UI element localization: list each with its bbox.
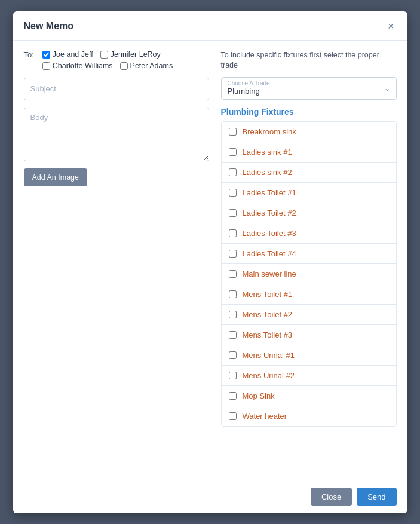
fixtures-list: Breakroom sinkLadies sink #1Ladies sink … [221,121,397,427]
fixture-item: Main sewer line [222,264,396,284]
fixture-item: Ladies Toilet #3 [222,223,396,244]
fixture-name-mens-toilet-2: Mens Toilet #2 [243,310,293,319]
fixture-item: Mens Toilet #3 [222,325,396,345]
to-label: To: [24,50,34,59]
fixture-checkbox-ladies-toilet-4[interactable] [229,250,237,258]
trade-selected-value: Plumbing [228,87,260,96]
fixture-checkbox-mens-urinal-2[interactable] [229,372,237,379]
close-button[interactable]: Close [311,488,352,506]
recipients-row2: To: Charlotte Williams Peter Adams [24,62,209,71]
fixture-name-mens-urinal-2: Mens Urinal #2 [243,371,295,380]
fixture-name-main-sewer-line: Main sewer line [243,269,296,278]
fixtures-title: Plumbing Fixtures [221,107,397,117]
fixture-checkbox-main-sewer-line[interactable] [229,270,237,278]
fixture-checkbox-ladies-toilet-3[interactable] [229,229,237,237]
fixture-item: Mens Urinal #1 [222,345,396,366]
fixture-item: Ladies sink #2 [222,163,396,183]
checkbox-charlotte-williams[interactable] [42,62,50,70]
fixture-item: Mens Toilet #2 [222,305,396,325]
fixture-checkbox-ladies-toilet-2[interactable] [229,209,237,217]
fixture-item: Mop Sink [222,386,396,406]
trade-instruction: To include specific fixtures first selec… [221,50,397,71]
label-jennifer-leroy: Jennifer LeRoy [111,50,161,59]
fixture-name-ladies-toilet-4: Ladies Toilet #4 [243,249,296,258]
fixture-checkbox-mop-sink[interactable] [229,392,237,400]
fixture-item: Ladies Toilet #2 [222,203,396,223]
fixture-checkbox-water-heater[interactable] [229,412,237,420]
new-memo-modal: New Memo × To: Joe and Jeff Jennife [13,11,407,513]
recipients-section: To: Joe and Jeff Jennifer LeRoy To: [24,50,209,71]
modal-overlay: New Memo × To: Joe and Jeff Jennife [0,0,420,524]
fixture-name-mens-urinal-1: Mens Urinal #1 [243,351,295,360]
right-panel: To include specific fixtures first selec… [221,50,397,470]
recipient-peter-adams[interactable]: Peter Adams [120,62,173,70]
modal-title: New Memo [24,21,74,32]
fixture-checkbox-mens-toilet-1[interactable] [229,290,237,298]
fixture-item: Mens Toilet #1 [222,284,396,305]
fixture-checkbox-ladies-sink-2[interactable] [229,168,237,176]
fixture-checkbox-breakroom-sink[interactable] [229,128,237,136]
fixture-name-ladies-sink-1: Ladies sink #1 [243,148,292,157]
modal-footer: Close Send [13,480,407,513]
fixture-checkbox-mens-toilet-2[interactable] [229,311,237,318]
fixture-name-water-heater: Water heater [243,412,287,421]
fixture-item: Ladies sink #1 [222,142,396,163]
recipient-jennifer-leroy[interactable]: Jennifer LeRoy [100,50,161,59]
fixture-name-mens-toilet-1: Mens Toilet #1 [243,290,293,299]
subject-input[interactable] [24,78,209,100]
fixture-checkbox-ladies-sink-1[interactable] [229,148,237,156]
checkbox-peter-adams[interactable] [120,62,128,70]
recipient-joe-jeff[interactable]: Joe and Jeff [42,50,93,59]
label-joe-jeff: Joe and Jeff [53,50,93,59]
trade-select-wrapper[interactable]: Choose A Trade Plumbing ⌄ [221,77,397,100]
fixture-name-breakroom-sink: Breakroom sink [243,127,296,136]
checkbox-jennifer-leroy[interactable] [100,51,108,59]
label-peter-adams: Peter Adams [130,62,173,70]
fixture-checkbox-ladies-toilet-1[interactable] [229,189,237,197]
fixture-item: Water heater [222,406,396,426]
fixture-name-mens-toilet-3: Mens Toilet #3 [243,330,293,339]
fixture-name-mop-sink: Mop Sink [243,391,275,400]
fixture-checkbox-mens-toilet-3[interactable] [229,331,237,339]
fixture-name-ladies-toilet-1: Ladies Toilet #1 [243,188,296,197]
fixture-item: Breakroom sink [222,122,396,142]
recipient-charlotte-williams[interactable]: Charlotte Williams [42,62,113,70]
left-panel: To: Joe and Jeff Jennifer LeRoy To: [24,50,209,470]
modal-header: New Memo × [13,11,407,41]
trade-choose-label: Choose A Trade [228,80,390,87]
fixture-item: Ladies Toilet #1 [222,183,396,203]
fixture-item: Mens Urinal #2 [222,366,396,386]
add-image-button[interactable]: Add An Image [24,168,88,186]
close-icon-button[interactable]: × [385,20,397,33]
fixture-checkbox-mens-urinal-1[interactable] [229,351,237,359]
checkbox-joe-jeff[interactable] [42,51,50,59]
fixture-name-ladies-sink-2: Ladies sink #2 [243,168,292,177]
body-textarea[interactable] [24,108,209,161]
modal-body: To: Joe and Jeff Jennifer LeRoy To: [13,41,407,480]
send-button[interactable]: Send [357,488,396,506]
recipients-row1: To: Joe and Jeff Jennifer LeRoy [24,50,209,59]
fixture-name-ladies-toilet-2: Ladies Toilet #2 [243,209,296,217]
fixture-name-ladies-toilet-3: Ladies Toilet #3 [243,229,296,238]
fixtures-section: Plumbing Fixtures Breakroom sinkLadies s… [221,107,397,427]
label-charlotte-williams: Charlotte Williams [53,62,113,70]
fixture-item: Ladies Toilet #4 [222,244,396,264]
